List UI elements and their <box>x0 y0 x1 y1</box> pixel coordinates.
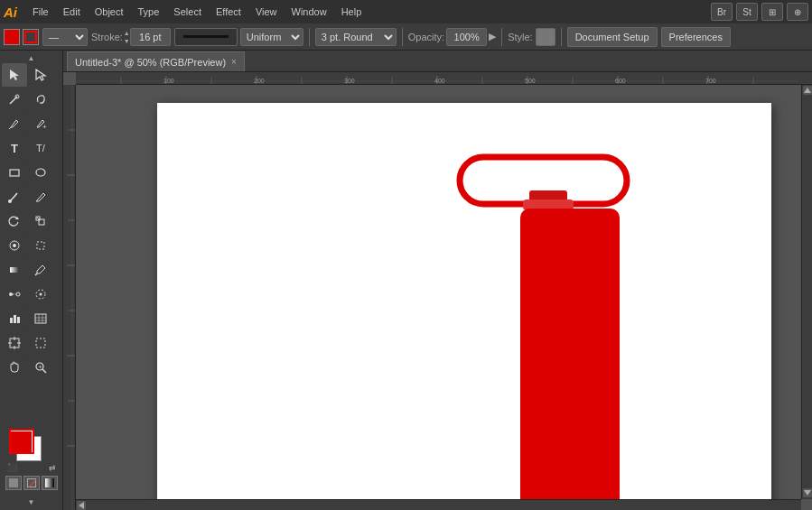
stock-icon[interactable]: St <box>736 3 758 21</box>
opacity-expand[interactable]: ▶ <box>489 31 496 42</box>
eyedropper-btn[interactable] <box>28 258 53 282</box>
bridge-icon[interactable]: Br <box>711 3 733 21</box>
menu-type[interactable]: Type <box>132 5 166 19</box>
tool-row-2 <box>2 88 61 111</box>
type-tool-btn[interactable]: T <box>2 136 27 160</box>
doc-setup-button[interactable]: Document Setup <box>567 27 658 47</box>
menu-window[interactable]: Window <box>285 5 333 19</box>
svg-marker-78 <box>804 490 811 496</box>
fill-color-indicator[interactable] <box>4 29 20 45</box>
artboard-btn[interactable] <box>2 331 27 355</box>
scrollbar-vertical[interactable] <box>801 85 812 499</box>
scale-btn[interactable] <box>28 209 53 233</box>
tool-row-7 <box>2 209 61 233</box>
stroke-selector-group: — <box>42 28 88 46</box>
preferences-button[interactable]: Preferences <box>661 27 731 47</box>
opacity-label: Opacity: <box>408 32 444 42</box>
scroll-up-arrow[interactable] <box>803 86 812 95</box>
svg-rect-36 <box>36 338 45 348</box>
direct-selection-tool-btn[interactable] <box>28 63 53 87</box>
svg-rect-23 <box>10 318 13 323</box>
svg-rect-24 <box>14 315 16 323</box>
menu-file[interactable]: File <box>26 5 55 19</box>
style-label: Style: <box>508 32 533 42</box>
column-chart-btn[interactable] <box>28 307 53 330</box>
workspace-icon[interactable]: ⊞ <box>761 3 783 21</box>
rotate-btn[interactable] <box>2 209 27 233</box>
gradient-btn[interactable] <box>2 258 27 282</box>
svg-text:600: 600 <box>615 78 626 84</box>
stroke-spinners[interactable]: ▲ ▼ <box>124 29 130 45</box>
magic-wand-btn[interactable] <box>2 88 27 111</box>
toolbar-scroll-down[interactable]: ▼ <box>2 498 61 506</box>
app-logo: Ai <box>4 5 17 20</box>
svg-point-14 <box>13 244 16 247</box>
menu-help[interactable]: Help <box>335 5 369 19</box>
add-anchor-btn[interactable]: + <box>28 112 53 135</box>
blend-btn[interactable] <box>2 283 27 306</box>
svg-text:+: + <box>39 364 42 370</box>
svg-marker-1 <box>36 70 45 80</box>
style-selector[interactable] <box>536 28 555 46</box>
svg-point-18 <box>9 292 13 296</box>
stroke-value-input[interactable] <box>130 28 171 46</box>
symbol-btn[interactable] <box>28 283 53 306</box>
lasso-btn[interactable] <box>28 88 53 111</box>
stroke-dropdown[interactable]: — <box>42 28 88 46</box>
slice-btn[interactable] <box>28 331 53 355</box>
tool-row-1 <box>2 63 61 87</box>
paintbrush-btn[interactable] <box>2 185 27 209</box>
ruler-horizontal: 100 200 300 400 500 <box>76 72 812 85</box>
scrollbar-horizontal[interactable] <box>76 499 801 510</box>
uniform-dropdown[interactable]: Uniform <box>240 28 303 46</box>
stroke-color-indicator[interactable] <box>23 29 39 45</box>
options-toolbar: — Stroke: ▲ ▼ Uniform 3 pt. Round Opacit… <box>0 23 812 51</box>
divider-3 <box>501 28 502 46</box>
swap-colors-icon[interactable]: ⇄ <box>49 463 56 472</box>
opacity-input[interactable] <box>446 28 487 46</box>
none-color-btn[interactable] <box>23 476 40 490</box>
canvas-viewport[interactable] <box>76 85 812 510</box>
svg-text:+: + <box>42 123 47 130</box>
stroke-swatch-front[interactable] <box>9 429 34 454</box>
svg-rect-6 <box>10 170 19 176</box>
pen-tool-btn[interactable] <box>2 112 27 135</box>
bar-chart-btn[interactable] <box>2 307 27 330</box>
rect-tool-btn[interactable] <box>2 161 27 184</box>
ellipse-tool-btn[interactable] <box>28 161 53 184</box>
type-area-btn[interactable]: T/ <box>28 136 53 160</box>
warp-btn[interactable] <box>2 234 27 257</box>
svg-text:100: 100 <box>163 78 174 84</box>
canvas-area: Untitled-3* @ 50% (RGB/Preview) × 100 <box>63 51 812 510</box>
default-colors-icon[interactable]: ⬛ <box>7 463 17 472</box>
selection-tool-btn[interactable] <box>2 63 27 87</box>
menu-edit[interactable]: Edit <box>57 5 87 19</box>
gradient-color-btn[interactable] <box>42 476 58 490</box>
scroll-left-arrow[interactable] <box>77 501 86 510</box>
menu-view[interactable]: View <box>249 5 284 19</box>
svg-marker-79 <box>79 502 84 509</box>
svg-marker-77 <box>804 88 811 93</box>
tool-row-5 <box>2 161 61 184</box>
toolbar-scroll-up[interactable]: ▲ <box>2 54 61 62</box>
free-transform-btn[interactable] <box>28 234 53 257</box>
menu-object[interactable]: Object <box>89 5 130 19</box>
tool-row-4: T T/ <box>2 136 61 160</box>
document-tab[interactable]: Untitled-3* @ 50% (RGB/Preview) × <box>67 51 245 71</box>
brush-size-dropdown[interactable]: 3 pt. Round <box>315 28 397 46</box>
color-mode-row <box>5 476 58 490</box>
scroll-down-arrow[interactable] <box>803 488 812 497</box>
search-icon[interactable]: ⊕ <box>787 3 808 21</box>
fill-stroke-group <box>4 29 39 45</box>
zoom-btn[interactable]: + <box>28 356 53 379</box>
menu-effect[interactable]: Effect <box>210 5 247 19</box>
menu-select[interactable]: Select <box>167 5 208 19</box>
divider-1 <box>309 28 310 46</box>
svg-text:400: 400 <box>434 78 445 84</box>
tab-close-btn[interactable]: × <box>231 57 237 67</box>
hand-btn[interactable] <box>2 356 27 379</box>
solid-color-btn[interactable] <box>5 476 22 490</box>
artboard <box>157 103 771 510</box>
pencil-btn[interactable] <box>28 185 53 209</box>
svg-rect-40 <box>45 478 54 487</box>
